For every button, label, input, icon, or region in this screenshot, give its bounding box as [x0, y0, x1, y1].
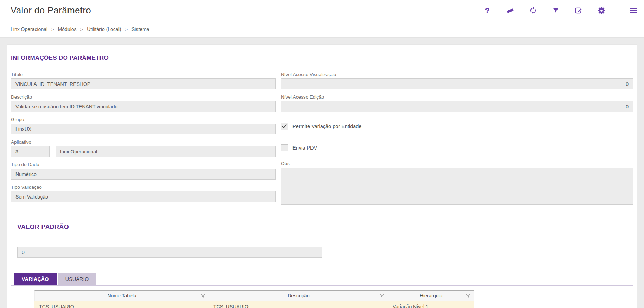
descricao-label: Descrição [11, 94, 276, 100]
nivel-visualizacao-input[interactable] [281, 78, 633, 89]
breadcrumb-item-utilitario-local[interactable]: Utilitário (Local) [87, 26, 121, 32]
cell-hierarquia: Variação Nível 1 [388, 301, 474, 308]
permite-variacao-checkbox[interactable]: Permite Variação por Entidade [281, 123, 633, 130]
aplicativo-nome-input[interactable] [56, 146, 276, 157]
table-header-row: Nome Tabela Descrição Hierarquia [34, 290, 474, 301]
settings-button[interactable] [597, 6, 606, 15]
column-header-nome-tabela[interactable]: Nome Tabela [35, 291, 209, 301]
tipo-dado-label: Tipo do Dado [11, 162, 276, 167]
tab-bar: VARIAÇÃO USUÁRIO [14, 273, 633, 285]
edit-button[interactable] [574, 6, 583, 15]
breadcrumb-separator: > [80, 27, 83, 32]
tab-variacao[interactable]: VARIAÇÃO [14, 273, 57, 285]
column-header-label: Nome Tabela [107, 293, 136, 298]
help-icon: ? [485, 7, 490, 14]
envia-pdv-checkbox[interactable]: Envia PDV [281, 144, 633, 151]
toolbar-icons: ? [483, 6, 638, 15]
section-informacoes-parametro: INFORMAÇÕES DO PARÂMETRO Título Descriçã… [11, 55, 633, 206]
column-filter-icon[interactable] [201, 294, 205, 299]
nivel-edicao-label: Nível Acesso Edição [281, 94, 633, 100]
filter-icon [552, 7, 559, 14]
permite-variacao-label: Permite Variação por Entidade [292, 124, 361, 129]
title-bar: Valor do Parâmetro ? [0, 0, 644, 21]
breadcrumb-separator: > [125, 27, 128, 32]
breadcrumb-separator: > [51, 27, 54, 32]
envia-pdv-label: Envia PDV [292, 145, 317, 151]
valor-padrao-input[interactable] [17, 247, 322, 258]
hamburger-menu-icon [630, 7, 637, 14]
checkbox-unchecked-icon [281, 144, 288, 151]
page-title: Valor do Parâmetro [11, 5, 91, 16]
nivel-edicao-input[interactable] [281, 101, 633, 112]
breadcrumb-item-linx-operacional[interactable]: Linx Operacional [11, 26, 47, 32]
column-header-descricao[interactable]: Descrição [209, 291, 388, 301]
aplicativo-label: Aplicativo [11, 139, 276, 145]
menu-button[interactable] [629, 6, 638, 15]
checkbox-checked-icon [281, 123, 288, 130]
edit-icon [575, 6, 583, 14]
cell-nome-tabela: TCS_USUARIO [34, 301, 209, 308]
section-title-informacoes: INFORMAÇÕES DO PARÂMETRO [11, 55, 633, 62]
section-title-valor-padrao: VALOR PADRÃO [17, 224, 322, 231]
nivel-visualizacao-label: Nível Acesso Visualização [281, 72, 633, 77]
refresh-button[interactable] [529, 6, 537, 15]
column-header-label: Hierarquia [420, 293, 443, 298]
obs-textarea[interactable] [281, 168, 633, 205]
tipo-dado-input[interactable] [11, 169, 276, 180]
variacao-table: Nome Tabela Descrição Hierarquia [34, 290, 474, 308]
refresh-icon [529, 6, 537, 14]
obs-label: Obs [281, 161, 633, 166]
clear-button[interactable] [506, 6, 514, 15]
breadcrumb-item-modulos[interactable]: Módulos [58, 26, 77, 32]
tipo-validacao-label: Tipo Validação [11, 184, 276, 190]
grupo-input[interactable] [11, 124, 276, 134]
breadcrumb-item-sistema[interactable]: Sistema [131, 26, 149, 32]
tipo-validacao-input[interactable] [11, 191, 276, 202]
help-button[interactable]: ? [483, 6, 491, 15]
tab-usuario[interactable]: USUÁRIO [58, 273, 97, 285]
column-header-label: Descrição [288, 293, 309, 298]
descricao-input[interactable] [11, 101, 276, 112]
column-filter-icon[interactable] [380, 294, 384, 299]
section-divider [17, 234, 322, 234]
section-valor-padrao: VALOR PADRÃO [17, 224, 322, 258]
titulo-label: Título [11, 72, 276, 77]
table-row[interactable]: TCS_USUARIO TCS_USUARIO Variação Nível 1 [34, 301, 474, 308]
grupo-label: Grupo [11, 117, 276, 122]
column-filter-icon[interactable] [466, 294, 470, 299]
page-background: INFORMAÇÕES DO PARÂMETRO Título Descriçã… [0, 37, 644, 308]
filter-button[interactable] [552, 6, 560, 15]
breadcrumb: Linx Operacional > Módulos > Utilitário … [0, 21, 644, 37]
column-header-hierarquia[interactable]: Hierarquia [388, 291, 474, 301]
eraser-icon [506, 7, 514, 14]
content-card: INFORMAÇÕES DO PARÂMETRO Título Descriçã… [7, 44, 637, 308]
cell-descricao: TCS_USUARIO [209, 301, 388, 308]
gear-icon [598, 7, 605, 14]
aplicativo-codigo-input[interactable] [11, 146, 50, 157]
titulo-input[interactable] [11, 78, 276, 89]
tab-divider [11, 285, 633, 286]
